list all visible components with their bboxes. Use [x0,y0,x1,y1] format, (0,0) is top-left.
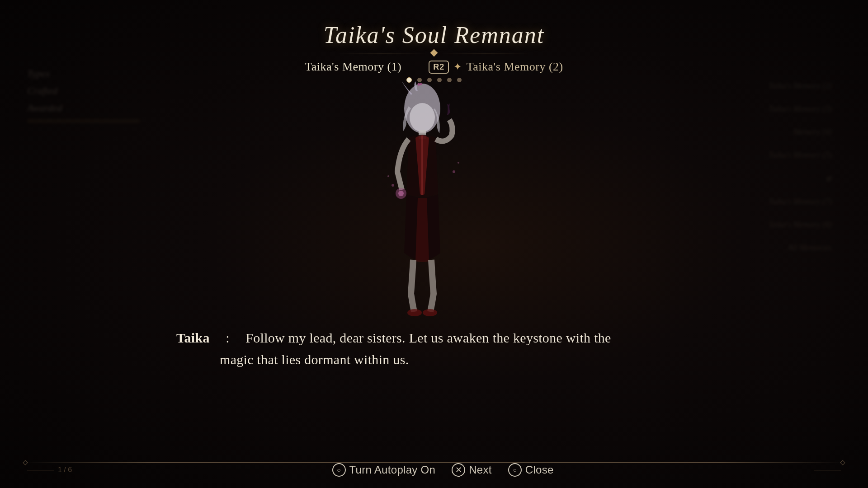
title-area: Taika's Soul Remnant [324,22,544,56]
dot-3 [427,78,432,82]
page-title: Taika's Soul Remnant [324,22,544,48]
bottom-controls: ○ Turn Autoplay On ✕ Next ○ Close [332,463,554,477]
dot-2 [417,78,422,82]
dot-1 [406,77,412,83]
bottom-left-area: 1 / 6 [27,466,72,474]
next-icon: ✕ [452,463,465,477]
divider-line-right [440,53,531,53]
memory-tab-1-label: Taika's Memory (1) [305,60,401,74]
r2-badge: R2 [429,61,449,74]
memory-tab-2[interactable]: R2 ✦ Taika's Memory (2) [429,60,563,74]
close-control[interactable]: ○ Close [508,463,554,477]
dot-5 [447,78,452,82]
divider-diamond [430,49,438,57]
bottom-bar: 1 / 6 ○ Turn Autoplay On ✕ Next ○ Close [0,452,868,488]
next-label: Next [469,464,492,476]
memory-icon: ✦ [453,61,462,73]
autoplay-label: Turn Autoplay On [349,464,436,476]
title-divider [324,50,544,56]
dots-row [406,77,462,83]
close-icon: ○ [508,463,522,477]
divider-line-left [337,53,428,53]
autoplay-icon: ○ [332,463,346,477]
memory-tab-1[interactable]: Taika's Memory (1) [305,60,401,74]
main-content: Taika's Soul Remnant Taika's Memory (1) … [0,0,868,488]
bottom-line-right [814,470,841,470]
close-icon-symbol: ○ [513,466,517,474]
next-control[interactable]: ✕ Next [452,463,492,477]
dot-6 [457,78,462,82]
autoplay-control[interactable]: ○ Turn Autoplay On [332,463,436,477]
close-label: Close [525,464,554,476]
progress-text: 1 / 6 [58,466,72,474]
memory-tabs: Taika's Memory (1) R2 ✦ Taika's Memory (… [305,60,563,74]
dot-4 [437,78,442,82]
bottom-line-left [27,470,54,470]
memory-tab-2-label: Taika's Memory (2) [467,60,563,74]
bottom-right-area [814,470,841,470]
autoplay-icon-symbol: ○ [337,466,340,474]
next-icon-symbol: ✕ [455,465,462,475]
